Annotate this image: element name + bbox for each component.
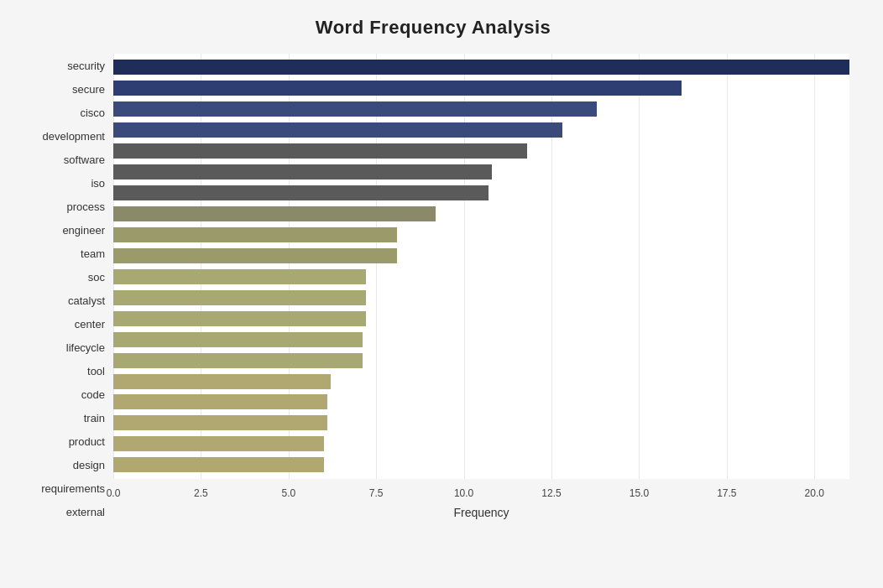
y-label: secure bbox=[72, 79, 105, 99]
y-label: train bbox=[84, 408, 105, 429]
y-label: engineer bbox=[62, 220, 105, 240]
bar-row bbox=[113, 414, 849, 432]
bar-row bbox=[113, 372, 849, 391]
chart-container: Word Frequency Analysis securitysecureci… bbox=[0, 0, 883, 588]
bar-row bbox=[113, 79, 849, 97]
y-label: lifecycle bbox=[66, 338, 105, 358]
y-label: code bbox=[81, 385, 105, 405]
y-axis: securitysecureciscodevelopmentsoftwareis… bbox=[17, 54, 113, 524]
y-label: software bbox=[64, 149, 105, 169]
y-label: security bbox=[67, 55, 105, 75]
x-tick: 0.0 bbox=[107, 487, 121, 499]
bar-row bbox=[113, 289, 849, 307]
x-tick: 5.0 bbox=[281, 487, 295, 499]
bar bbox=[113, 227, 397, 242]
bars-area bbox=[113, 54, 849, 479]
y-label: tool bbox=[87, 362, 105, 382]
y-label: iso bbox=[91, 173, 105, 193]
bar bbox=[113, 164, 492, 180]
bars-inner bbox=[113, 54, 849, 479]
bar bbox=[113, 332, 363, 347]
bar-row bbox=[113, 434, 849, 453]
x-axis: 0.02.55.07.510.012.515.017.520.0 Frequen… bbox=[113, 482, 849, 524]
y-label: requirements bbox=[41, 479, 105, 499]
bar-row bbox=[113, 205, 849, 223]
bar bbox=[113, 60, 849, 75]
bar bbox=[113, 143, 527, 159]
bar-row bbox=[113, 184, 849, 202]
chart-area: securitysecureciscodevelopmentsoftwareis… bbox=[17, 54, 849, 524]
x-tick: 2.5 bbox=[194, 487, 208, 499]
chart-title: Word Frequency Analysis bbox=[17, 17, 849, 39]
x-tick: 10.0 bbox=[454, 487, 473, 499]
bar bbox=[113, 290, 366, 305]
bar bbox=[113, 269, 366, 284]
bar bbox=[113, 122, 562, 138]
bar-row bbox=[113, 351, 849, 370]
bar-row bbox=[113, 247, 849, 265]
bar-row bbox=[113, 330, 849, 349]
bar-row bbox=[113, 142, 849, 160]
y-label: catalyst bbox=[68, 290, 105, 310]
bar bbox=[113, 415, 327, 430]
bars-and-x: 0.02.55.07.510.012.515.017.520.0 Frequen… bbox=[113, 54, 849, 524]
bar-row bbox=[113, 310, 849, 328]
bar bbox=[113, 374, 331, 389]
y-label: design bbox=[73, 455, 105, 476]
bar bbox=[113, 81, 682, 96]
bar-row bbox=[113, 163, 849, 181]
bar-row bbox=[113, 58, 849, 76]
y-label: process bbox=[66, 196, 105, 216]
bar bbox=[113, 101, 597, 117]
bar-row bbox=[113, 268, 849, 286]
y-label: team bbox=[81, 243, 105, 263]
bar-row bbox=[113, 393, 849, 411]
bar bbox=[113, 457, 324, 472]
y-label: soc bbox=[88, 267, 105, 287]
y-label: external bbox=[66, 502, 105, 523]
x-axis-label: Frequency bbox=[113, 506, 849, 519]
bar bbox=[113, 436, 324, 451]
y-label: center bbox=[75, 315, 105, 335]
bar-row bbox=[113, 455, 849, 474]
y-label: product bbox=[69, 432, 105, 452]
x-tick: 20.0 bbox=[805, 487, 824, 499]
bar bbox=[113, 248, 397, 263]
bar bbox=[113, 394, 327, 409]
bar-row bbox=[113, 226, 849, 244]
x-tick: 12.5 bbox=[541, 487, 561, 499]
x-tick: 7.5 bbox=[369, 487, 384, 499]
bar bbox=[113, 185, 489, 200]
bar bbox=[113, 206, 436, 221]
bar bbox=[113, 353, 363, 368]
bar-row bbox=[113, 121, 849, 139]
y-label: cisco bbox=[80, 102, 105, 122]
bar-row bbox=[113, 100, 849, 118]
x-tick: 17.5 bbox=[717, 487, 736, 499]
x-tick: 15.0 bbox=[630, 487, 649, 499]
y-label: development bbox=[43, 126, 105, 146]
bar bbox=[113, 311, 366, 326]
